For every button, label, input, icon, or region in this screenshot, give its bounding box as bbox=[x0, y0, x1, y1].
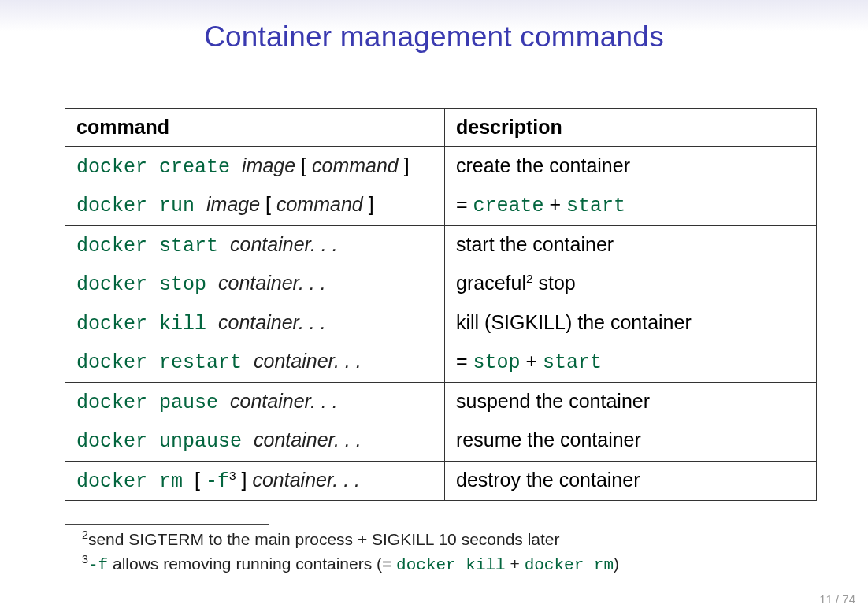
table-row: docker restart container. . .= stop + st… bbox=[65, 343, 817, 382]
description-cell: = create + start bbox=[445, 186, 817, 225]
slide: Container management commands command de… bbox=[0, 0, 868, 612]
command-cell: docker stop container. . . bbox=[65, 265, 445, 304]
footnote-rule bbox=[65, 524, 269, 525]
table-row: docker stop container. . .graceful2 stop bbox=[65, 265, 817, 304]
description-cell: suspend the container bbox=[445, 382, 817, 421]
table-row: docker kill container. . .kill (SIGKILL)… bbox=[65, 304, 817, 343]
footnote-text: ) bbox=[614, 555, 619, 573]
footnote-mark: 3 bbox=[82, 553, 88, 566]
table-row: docker unpause container. . .resume the … bbox=[65, 421, 817, 461]
table-row: docker run image [ command ]= create + s… bbox=[65, 186, 817, 225]
footnote-text: allows removing running containers (= bbox=[108, 555, 396, 573]
commands-table-wrap: command description docker create image … bbox=[65, 108, 816, 501]
description-cell: kill (SIGKILL) the container bbox=[445, 304, 817, 343]
footnote-2: 2send SIGTERM to the main process + SIGK… bbox=[65, 528, 805, 551]
footnote-text: send SIGTERM to the main process + SIGKI… bbox=[88, 530, 560, 548]
table-row: docker rm [ -f3 ] container. . .destroy … bbox=[65, 461, 817, 501]
footnote-code: docker rm bbox=[525, 556, 614, 574]
slide-title: Container management commands bbox=[0, 0, 868, 54]
command-cell: docker unpause container. . . bbox=[65, 421, 445, 461]
description-cell: graceful2 stop bbox=[445, 265, 817, 304]
command-cell: docker pause container. . . bbox=[65, 382, 445, 421]
table-row: docker create image [ command ]create th… bbox=[65, 147, 817, 187]
commands-table: command description docker create image … bbox=[65, 108, 817, 501]
command-cell: docker start container. . . bbox=[65, 225, 445, 265]
description-cell: = stop + start bbox=[445, 343, 817, 382]
page-number: 11 / 74 bbox=[819, 592, 855, 606]
header-command: command bbox=[65, 109, 445, 147]
footnote-flag: -f bbox=[88, 556, 108, 574]
command-cell: docker restart container. . . bbox=[65, 343, 445, 382]
description-cell: create the container bbox=[445, 147, 817, 187]
table-row: docker start container. . .start the con… bbox=[65, 225, 817, 265]
description-cell: resume the container bbox=[445, 421, 817, 461]
description-cell: start the container bbox=[445, 225, 817, 265]
footnotes: 2send SIGTERM to the main process + SIGK… bbox=[65, 524, 805, 577]
command-cell: docker run image [ command ] bbox=[65, 186, 445, 225]
table-header-row: command description bbox=[65, 109, 817, 147]
footnote-mark: 2 bbox=[82, 529, 88, 541]
footnote-3: 3-f allows removing running containers (… bbox=[65, 552, 805, 577]
table-row: docker pause container. . .suspend the c… bbox=[65, 382, 817, 421]
footnote-code: docker kill bbox=[396, 556, 506, 574]
command-cell: docker create image [ command ] bbox=[65, 147, 445, 187]
description-cell: destroy the container bbox=[445, 461, 817, 501]
command-cell: docker kill container. . . bbox=[65, 304, 445, 343]
header-description: description bbox=[445, 109, 817, 147]
footnote-text: + bbox=[506, 555, 525, 573]
command-cell: docker rm [ -f3 ] container. . . bbox=[65, 461, 445, 501]
